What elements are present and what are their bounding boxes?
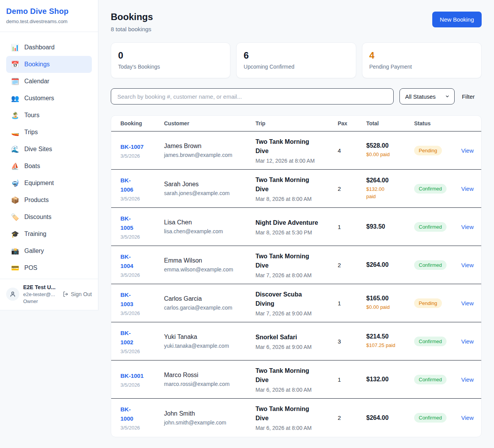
sidebar-item-pos[interactable]: 💳 POS — [6, 259, 92, 276]
sidebar-item-gallery[interactable]: 📸 Gallery — [6, 243, 92, 259]
trip-name: Snorkel Safari — [255, 333, 338, 342]
booking-date: 3/5/2026 — [120, 196, 164, 202]
credit-card-icon: 💳 — [11, 264, 19, 272]
total-amount: $528.00 — [366, 142, 414, 149]
column-header-pax: Pax — [338, 120, 366, 126]
booking-date: 3/5/2026 — [120, 382, 164, 388]
booking-id-link[interactable]: BK-1007 — [120, 142, 164, 152]
view-link[interactable]: View — [461, 414, 474, 421]
view-link[interactable]: View — [461, 224, 474, 230]
page-subtitle: 8 total bookings — [111, 26, 153, 32]
chevron-down-icon — [445, 94, 450, 99]
view-link[interactable]: View — [461, 376, 474, 383]
stat-card-pending-payment: 4 Pending Payment — [362, 42, 482, 78]
booking-id-link[interactable]: BK- 1003 — [120, 290, 164, 309]
sidebar-item-equipment[interactable]: 🤿 Equipment — [6, 175, 92, 192]
customer-cell: Yuki Tanaka yuki.tanaka@example.com — [164, 333, 255, 349]
booking-cell: BK- 1000 3/5/2026 — [120, 405, 164, 431]
sidebar-item-label: Calendar — [24, 78, 49, 85]
sidebar-item-dashboard[interactable]: 📊 Dashboard — [6, 39, 92, 56]
sidebar-item-dive-sites[interactable]: 🌊 Dive Sites — [6, 141, 92, 158]
wave-icon: 🌊 — [11, 145, 19, 153]
sidebar-item-boats[interactable]: ⛵ Boats — [6, 158, 92, 175]
stat-value: 0 — [118, 50, 223, 61]
status-badge: Confirmed — [414, 222, 447, 232]
table-row: BK- 1000 3/5/2026 John Smith john.smith@… — [111, 399, 481, 437]
booking-id-link[interactable]: BK- 1002 — [120, 328, 164, 347]
customer-email: james.brown@example.com — [164, 152, 255, 158]
page-header: Bookings 8 total bookings New Booking — [111, 12, 482, 32]
filter-controls: All Statuses Filter — [111, 88, 482, 104]
booking-date: 3/5/2026 — [120, 310, 164, 316]
trip-datetime: Mar 8, 2026 at 8:00 AM — [255, 196, 338, 202]
booking-cell: BK-1001 3/5/2026 — [120, 371, 164, 388]
booking-date: 3/5/2026 — [120, 272, 164, 278]
sign-out-label: Sign Out — [71, 291, 92, 297]
booking-id-link[interactable]: BK- 1005 — [120, 214, 164, 232]
status-filter-select[interactable]: All Statuses — [399, 88, 455, 104]
sidebar-item-trips[interactable]: 🚤 Trips — [6, 124, 92, 141]
customer-name: Yuki Tanaka — [164, 333, 255, 340]
user-name: E2E Test U... — [23, 284, 59, 290]
stat-label: Pending Payment — [369, 64, 474, 70]
trip-name: Night Dive Adventure — [255, 218, 338, 227]
total-amount: $214.50 — [366, 333, 414, 340]
view-link[interactable]: View — [461, 262, 474, 268]
table-row: BK- 1003 3/5/2026 Carlos Garcia carlos.g… — [111, 284, 481, 322]
table-row: BK-1007 3/5/2026 James Brown james.brown… — [111, 131, 481, 170]
total-cell: $264.00 — [366, 261, 414, 268]
customer-name: Carlos Garcia — [164, 295, 255, 302]
sidebar-item-products[interactable]: 📦 Products — [6, 192, 92, 209]
sidebar-item-training[interactable]: 🎓 Training — [6, 226, 92, 243]
total-amount: $264.00 — [366, 261, 414, 268]
stat-label: Today's Bookings — [118, 64, 223, 70]
booking-date: 3/5/2026 — [120, 153, 164, 159]
sidebar-item-label: Dive Sites — [24, 146, 52, 153]
view-link[interactable]: View — [461, 338, 474, 345]
booking-id-link[interactable]: BK- 1000 — [120, 405, 164, 423]
sidebar-item-label: Tours — [24, 112, 39, 119]
view-link[interactable]: View — [461, 147, 474, 154]
trip-datetime: Mar 6, 2026 at 8:00 AM — [255, 387, 338, 393]
sidebar-item-discounts[interactable]: 🏷️ Discounts — [6, 209, 92, 226]
customer-name: John Smith — [164, 410, 255, 417]
bookings-table: Booking Customer Trip Pax Total Status B… — [111, 115, 482, 437]
pax-value: 1 — [338, 224, 366, 230]
sidebar-item-calendar[interactable]: 🗓️ Calendar — [6, 73, 92, 90]
sign-out-button[interactable]: Sign Out — [63, 291, 92, 297]
trip-datetime: Mar 6, 2026 at 9:00 AM — [255, 344, 338, 350]
booking-id-link[interactable]: BK- 1004 — [120, 252, 164, 271]
trip-name: Discover Scuba Diving — [255, 290, 338, 308]
status-badge: Pending — [414, 146, 442, 155]
status-cell: Confirmed — [414, 375, 461, 384]
customer-cell: Lisa Chen lisa.chen@example.com — [164, 219, 255, 234]
sidebar-item-customers[interactable]: 👥 Customers — [6, 90, 92, 107]
search-input[interactable] — [111, 88, 394, 104]
booking-id-link[interactable]: BK-1001 — [120, 371, 164, 381]
sidebar-item-bookings[interactable]: 📅 Bookings — [6, 56, 92, 73]
booking-id-link[interactable]: BK- 1006 — [120, 176, 164, 194]
view-link[interactable]: View — [461, 300, 474, 307]
trip-datetime: Mar 7, 2026 at 9:00 AM — [255, 310, 338, 317]
view-link[interactable]: View — [461, 185, 474, 192]
page-header-text: Bookings 8 total bookings — [111, 12, 153, 32]
booking-cell: BK- 1004 3/5/2026 — [120, 252, 164, 278]
status-cell: Confirmed — [414, 337, 461, 346]
booking-cell: BK- 1002 3/5/2026 — [120, 328, 164, 354]
status-filter-value: All Statuses — [405, 93, 436, 100]
sidebar-item-label: Bookings — [24, 61, 50, 68]
customer-email: carlos.garcia@example.com — [164, 305, 255, 311]
total-amount: $132.00 — [366, 376, 414, 383]
sidebar-item-label: Discounts — [24, 214, 51, 221]
sidebar-item-tours[interactable]: 🏝️ Tours — [6, 107, 92, 124]
new-booking-button[interactable]: New Booking — [432, 12, 482, 27]
sailboat-icon: ⛵ — [11, 162, 19, 170]
table-body: BK-1007 3/5/2026 James Brown james.brown… — [111, 131, 481, 437]
status-cell: Pending — [414, 146, 461, 155]
speedboat-icon: 🚤 — [11, 128, 19, 136]
customer-name: Emma Wilson — [164, 257, 255, 264]
paid-amount: $0.00 paid — [366, 151, 414, 158]
page-title: Bookings — [111, 12, 153, 22]
filter-button[interactable]: Filter — [460, 93, 482, 100]
stat-label: Upcoming Confirmed — [244, 64, 349, 70]
